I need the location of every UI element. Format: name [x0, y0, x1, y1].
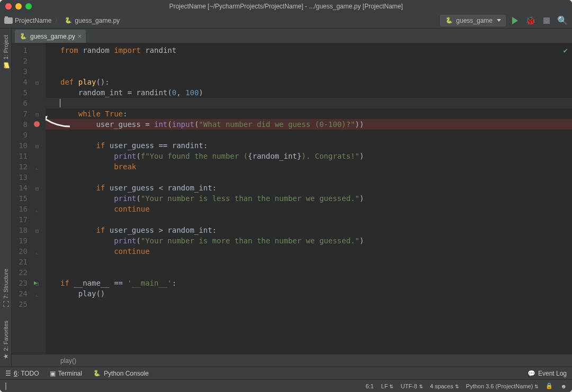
zoom-window-button[interactable]: [25, 3, 32, 10]
ide-status-icon[interactable]: ☻: [560, 383, 567, 389]
breakpoint-icon[interactable]: [34, 121, 40, 127]
code-editor[interactable]: ✔ 12345678910111213141516171819202122232…: [12, 43, 572, 354]
code-line[interactable]: user_guess = int(input("What number did …: [46, 119, 572, 130]
editor-tabs: guess_game.py ×: [12, 29, 572, 43]
stop-button[interactable]: [543, 17, 550, 24]
project-tool-window-tab[interactable]: 📁1: Project: [1, 29, 11, 76]
fold-end-icon: ⌞: [35, 165, 39, 170]
code-area[interactable]: from random import randintdef play(): ra…: [46, 43, 572, 354]
python-console-tool-window-tab[interactable]: Python Console: [93, 369, 149, 378]
terminal-tool-window-tab[interactable]: ▣Terminal: [50, 370, 82, 377]
code-breadcrumbs[interactable]: play(): [12, 354, 572, 367]
line-numbers: 1234567891011121314151617181920212223242…: [12, 43, 31, 354]
code-line[interactable]: print("Your number is less than the numb…: [46, 193, 572, 204]
code-line[interactable]: [46, 130, 572, 140]
breadcrumb: ProjectName 〉 guess_game.py: [4, 16, 120, 25]
code-line[interactable]: from random import randint: [46, 45, 572, 56]
close-window-button[interactable]: [5, 3, 12, 10]
code-line[interactable]: [46, 257, 572, 267]
run-configuration-selector[interactable]: guess_game: [440, 15, 506, 26]
code-line[interactable]: print("Your number is more than the numb…: [46, 235, 572, 246]
fold-icon[interactable]: ⊟: [35, 228, 39, 234]
run-configuration-label: guess_game: [456, 17, 493, 24]
fold-end-icon: ⌞: [35, 249, 39, 255]
fold-icon[interactable]: ⊟: [35, 186, 39, 192]
fold-end-icon: ⌞: [35, 207, 39, 213]
code-line[interactable]: [46, 267, 572, 278]
code-line[interactable]: [46, 172, 572, 183]
tool-window-quick-access-icon[interactable]: [5, 382, 6, 390]
editor-area: guess_game.py × ✔ 1234567891011121314151…: [12, 29, 572, 367]
favorites-tool-window-tab[interactable]: ★2: Favorites: [1, 314, 11, 367]
gutter[interactable]: 1234567891011121314151617181920212223242…: [12, 43, 46, 354]
caret-position-indicator[interactable]: 6:1: [365, 383, 373, 389]
gutter-markers[interactable]: ▶⊟⊟⊟⊟⊟⊟⌞⌞⌞⌞: [31, 43, 46, 354]
code-line[interactable]: random_int = randint(0, 100): [46, 87, 572, 98]
line-separator-indicator[interactable]: LF ⇅: [381, 383, 394, 389]
code-line[interactable]: [46, 66, 572, 77]
python-file-icon: [445, 16, 453, 25]
window-title: ProjectName [~/PycharmProjects/ProjectNa…: [0, 3, 572, 10]
todo-tool-window-tab[interactable]: ☰6: TODO: [5, 370, 39, 377]
breadcrumb-project[interactable]: ProjectName: [15, 17, 51, 24]
status-bar: 6:1 LF ⇅ UTF-8 ⇅ 4 spaces ⇅ Python 3.6 (…: [0, 379, 572, 392]
code-line[interactable]: continue: [46, 204, 572, 214]
minimize-window-button[interactable]: [15, 3, 22, 10]
fold-end-icon: ⌞: [35, 291, 39, 297]
code-line[interactable]: if user_guess > random_int:: [46, 225, 572, 235]
code-line[interactable]: play(): [46, 288, 572, 299]
code-line[interactable]: if __name__ == '__main__':: [46, 278, 572, 288]
debug-button[interactable]: 🐞: [525, 15, 536, 25]
tool-window-bar-bottom: ☰6: TODO ▣Terminal Python Console 💬Event…: [0, 367, 572, 379]
breadcrumb-file[interactable]: guess_game.py: [75, 17, 120, 24]
fold-icon[interactable]: ⊟: [35, 143, 39, 149]
close-tab-button[interactable]: ×: [78, 32, 82, 40]
search-everywhere-button[interactable]: 🔍: [557, 15, 568, 25]
interpreter-indicator[interactable]: Python 3.6 (ProjectName) ⇅: [466, 383, 539, 389]
code-line[interactable]: if user_guess < random_int:: [46, 183, 572, 193]
folder-icon: [4, 17, 13, 24]
indent-indicator[interactable]: 4 spaces ⇅: [430, 383, 459, 389]
code-line[interactable]: break: [46, 161, 572, 172]
structure-tool-window-tab[interactable]: ⛶7: Structure: [1, 262, 11, 314]
editor-tab-label: guess_game.py: [30, 33, 75, 40]
fold-icon[interactable]: ⊟: [35, 281, 39, 287]
python-icon: [93, 369, 101, 378]
ide-window: ProjectName [~/PycharmProjects/ProjectNa…: [0, 0, 572, 392]
code-line[interactable]: if user_guess == randint:: [46, 140, 572, 151]
tool-window-bar-left: 📁1: Project ⛶7: Structure ★2: Favorites: [0, 29, 12, 367]
code-line[interactable]: [46, 299, 572, 309]
python-file-icon: [19, 32, 28, 41]
code-line[interactable]: [46, 98, 572, 108]
code-line[interactable]: while True:: [46, 108, 572, 119]
main-body: 📁1: Project ⛶7: Structure ★2: Favorites …: [0, 29, 572, 367]
lock-icon[interactable]: 🔒: [546, 382, 553, 389]
code-crumb[interactable]: play(): [60, 357, 76, 364]
run-button[interactable]: [512, 17, 518, 24]
titlebar: ProjectName [~/PycharmProjects/ProjectNa…: [0, 0, 572, 13]
code-line[interactable]: [46, 56, 572, 66]
fold-icon[interactable]: ⊟: [35, 80, 39, 86]
code-line[interactable]: [46, 214, 572, 225]
window-controls: [0, 3, 32, 10]
breadcrumb-separator: 〉: [55, 16, 61, 25]
code-line[interactable]: def play():: [46, 77, 572, 87]
encoding-indicator[interactable]: UTF-8 ⇅: [400, 383, 422, 389]
navigation-toolbar: ProjectName 〉 guess_game.py guess_game 🐞…: [0, 13, 572, 29]
run-actions: 🐞 🔍: [512, 15, 568, 25]
event-log-tool-window-tab[interactable]: 💬Event Log: [528, 370, 567, 377]
fold-icon[interactable]: ⊟: [35, 112, 39, 117]
code-line[interactable]: print(f"You found the number ({random_in…: [46, 151, 572, 161]
code-line[interactable]: continue: [46, 246, 572, 257]
editor-tab[interactable]: guess_game.py ×: [15, 30, 86, 43]
chevron-down-icon: [497, 19, 501, 22]
python-file-icon: [64, 16, 73, 25]
